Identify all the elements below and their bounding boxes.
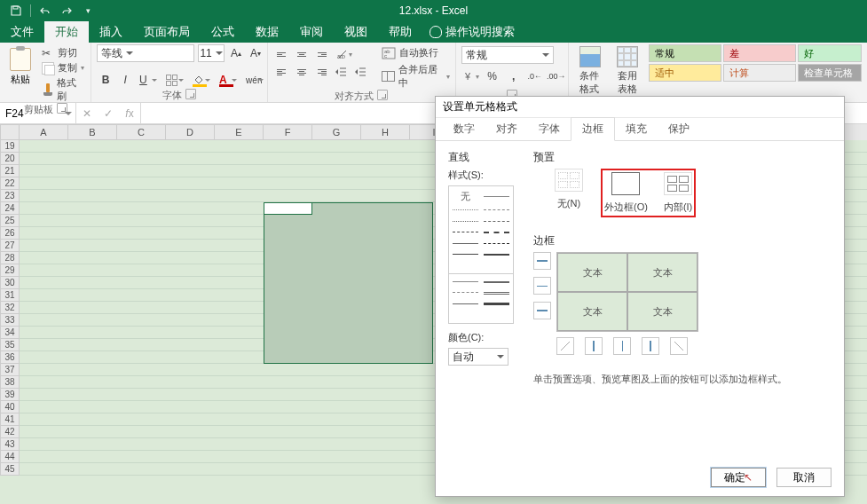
line-style-option[interactable]	[484, 281, 509, 283]
tell-me-search[interactable]: 操作说明搜索	[422, 21, 522, 43]
dtab-number[interactable]: 数字	[443, 118, 485, 140]
font-size-combo[interactable]: 11	[198, 44, 225, 62]
orientation-button[interactable]: ab▾	[332, 46, 357, 62]
preset-none-button[interactable]: 无(N)	[555, 169, 583, 217]
row-header[interactable]: 25	[0, 215, 20, 227]
percent-button[interactable]: %	[483, 67, 502, 85]
dtab-protect[interactable]: 保护	[658, 118, 700, 140]
align-middle-button[interactable]	[293, 46, 311, 62]
line-style-option[interactable]	[484, 254, 509, 256]
dtab-font[interactable]: 字体	[528, 118, 571, 140]
font-color-button[interactable]: A	[216, 71, 240, 89]
line-style-option[interactable]	[453, 254, 478, 255]
row-header[interactable]: 27	[0, 240, 20, 252]
row-header[interactable]: 44	[0, 451, 20, 463]
border-preview[interactable]: 文本 文本 文本 文本	[556, 252, 698, 332]
line-style-option[interactable]	[453, 292, 478, 294]
line-style-option[interactable]	[453, 209, 478, 210]
row-header[interactable]: 30	[0, 277, 20, 289]
align-launcher-icon[interactable]	[377, 90, 388, 100]
row-header[interactable]: 20	[0, 153, 20, 165]
line-style-option[interactable]	[453, 281, 478, 283]
col-header[interactable]: C	[117, 124, 166, 140]
tab-view[interactable]: 视图	[334, 21, 378, 43]
border-diag-down-button[interactable]	[670, 337, 688, 355]
style-check[interactable]: 检查单元格	[798, 64, 862, 82]
align-center-button[interactable]	[293, 64, 311, 80]
decrease-decimal-button[interactable]: .00→	[547, 67, 566, 85]
preset-inside-button[interactable]: 内部(I)	[664, 172, 692, 214]
tab-help[interactable]: 帮助	[378, 21, 422, 43]
merge-center-button[interactable]: 合并后居中▾	[382, 63, 450, 90]
line-style-list[interactable]: 无	[448, 185, 514, 274]
line-style-option[interactable]	[453, 221, 478, 222]
col-header[interactable]: B	[68, 124, 117, 140]
redo-icon[interactable]	[58, 2, 75, 20]
tab-file[interactable]: 文件	[0, 21, 44, 43]
border-right-button[interactable]	[642, 337, 659, 355]
font-name-combo[interactable]: 等线	[97, 44, 194, 62]
row-header[interactable]: 36	[0, 351, 20, 364]
row-header[interactable]: 39	[0, 389, 20, 401]
comma-button[interactable]: ,	[504, 67, 524, 85]
undo-icon[interactable]	[36, 2, 54, 20]
align-right-button[interactable]	[312, 64, 330, 80]
cell-styles-gallery[interactable]: 常规 差 好 适中 计算 检查单元格	[649, 44, 862, 82]
conditional-format-button[interactable]: 条件格式	[574, 44, 606, 96]
border-top-button[interactable]	[533, 252, 551, 270]
row-header[interactable]: 31	[0, 289, 20, 302]
line-color-combo[interactable]: 自动	[448, 348, 508, 366]
row-header[interactable]: 37	[0, 364, 20, 376]
bold-button[interactable]: B	[97, 71, 114, 89]
line-style-list-ext[interactable]	[448, 274, 514, 324]
line-style-option[interactable]	[453, 243, 478, 244]
tab-data[interactable]: 数据	[245, 21, 289, 43]
wrap-text-button[interactable]: abc自动换行	[382, 46, 450, 59]
border-bottom-button[interactable]	[533, 302, 551, 319]
style-good[interactable]: 好	[798, 44, 862, 62]
name-box[interactable]: F24	[0, 103, 76, 123]
line-style-option[interactable]	[484, 303, 509, 305]
row-header[interactable]: 42	[0, 426, 20, 438]
grow-font-button[interactable]: A▴	[228, 44, 244, 62]
enter-formula-icon[interactable]: ✓	[98, 107, 119, 120]
col-header[interactable]: E	[215, 124, 264, 140]
ok-button[interactable]: 确定↖	[711, 468, 766, 487]
row-header[interactable]: 38	[0, 376, 20, 389]
qat-dropdown-icon[interactable]: ▾	[79, 2, 97, 20]
tab-formula[interactable]: 公式	[201, 21, 245, 43]
line-style-option[interactable]	[453, 232, 478, 232]
row-header[interactable]: 34	[0, 327, 20, 339]
line-style-option[interactable]	[453, 303, 478, 305]
border-button[interactable]	[162, 71, 187, 89]
dtab-align[interactable]: 对齐	[485, 118, 528, 140]
row-header[interactable]: 23	[0, 190, 20, 202]
dtab-border[interactable]: 边框	[571, 117, 615, 141]
col-header[interactable]: A	[20, 124, 68, 140]
italic-button[interactable]: I	[116, 71, 134, 89]
font-launcher-icon[interactable]	[185, 89, 196, 99]
cancel-formula-icon[interactable]: ✕	[76, 107, 98, 120]
phonetic-button[interactable]: wén	[242, 71, 267, 89]
row-header[interactable]: 22	[0, 177, 20, 190]
select-all-corner[interactable]	[0, 124, 20, 140]
row-header[interactable]: 43	[0, 438, 20, 451]
row-header[interactable]: 45	[0, 463, 20, 476]
copy-button[interactable]: 复制▾	[42, 61, 85, 75]
col-header[interactable]: H	[361, 124, 410, 140]
line-style-option[interactable]	[484, 232, 509, 233]
line-style-option[interactable]	[484, 221, 509, 222]
line-style-option[interactable]	[484, 209, 509, 210]
preset-outline-button[interactable]: 外边框(O)	[604, 172, 648, 214]
row-header[interactable]: 28	[0, 252, 20, 264]
indent-increase-button[interactable]	[351, 64, 369, 80]
tab-home[interactable]: 开始	[44, 21, 89, 43]
insert-function-icon[interactable]: fx	[119, 107, 140, 120]
paste-button[interactable]: 粘贴	[5, 44, 36, 86]
row-header[interactable]: 35	[0, 339, 20, 351]
accounting-format-button[interactable]: ¥▾	[461, 67, 481, 85]
align-bottom-button[interactable]	[312, 46, 330, 62]
line-style-option[interactable]	[484, 196, 509, 197]
border-left-button[interactable]	[585, 337, 603, 355]
format-painter-button[interactable]: 格式刷	[42, 76, 85, 103]
